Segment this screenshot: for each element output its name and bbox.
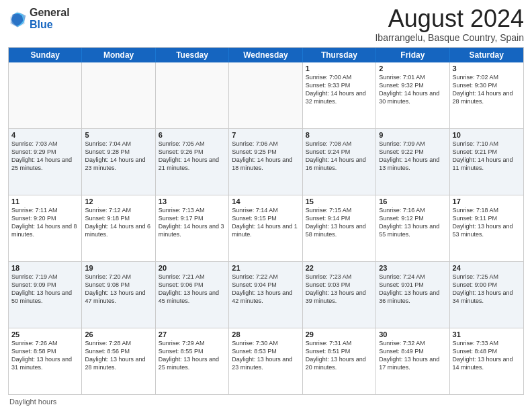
cell-info: Sunrise: 7:16 AM Sunset: 9:12 PM Dayligh…: [379, 206, 446, 239]
calendar-cell-12: 12Sunrise: 7:12 AM Sunset: 9:18 PM Dayli…: [82, 195, 155, 261]
calendar-header: SundayMondayTuesdayWednesdayThursdayFrid…: [9, 48, 523, 62]
cell-info: Sunrise: 7:02 AM Sunset: 9:30 PM Dayligh…: [453, 73, 521, 106]
cell-info: Sunrise: 7:03 AM Sunset: 9:29 PM Dayligh…: [11, 140, 79, 173]
calendar-cell-3: 3Sunrise: 7:02 AM Sunset: 9:30 PM Daylig…: [450, 62, 523, 128]
day-number: 17: [453, 197, 521, 205]
cell-info: Sunrise: 7:31 AM Sunset: 8:51 PM Dayligh…: [306, 339, 373, 372]
cell-info: Sunrise: 7:32 AM Sunset: 8:49 PM Dayligh…: [379, 339, 446, 372]
cell-info: Sunrise: 7:25 AM Sunset: 9:00 PM Dayligh…: [453, 273, 521, 306]
calendar-cell-23: 23Sunrise: 7:24 AM Sunset: 9:01 PM Dayli…: [376, 262, 449, 328]
calendar-cell-25: 25Sunrise: 7:26 AM Sunset: 8:58 PM Dayli…: [9, 328, 82, 394]
cell-info: Sunrise: 7:21 AM Sunset: 9:06 PM Dayligh…: [159, 273, 226, 306]
calendar-cell-7: 7Sunrise: 7:06 AM Sunset: 9:25 PM Daylig…: [229, 129, 302, 195]
day-number: 18: [11, 264, 79, 272]
calendar-cell-24: 24Sunrise: 7:25 AM Sunset: 9:00 PM Dayli…: [450, 262, 523, 328]
day-of-week-saturday: Saturday: [450, 48, 523, 62]
cell-info: Sunrise: 7:08 AM Sunset: 9:24 PM Dayligh…: [306, 140, 373, 173]
day-number: 28: [232, 330, 299, 338]
day-number: 27: [159, 330, 226, 338]
cell-info: Sunrise: 7:10 AM Sunset: 9:21 PM Dayligh…: [453, 140, 521, 173]
calendar-cell-18: 18Sunrise: 7:19 AM Sunset: 9:09 PM Dayli…: [9, 262, 82, 328]
cell-info: Sunrise: 7:30 AM Sunset: 8:53 PM Dayligh…: [232, 339, 299, 372]
cell-info: Sunrise: 7:05 AM Sunset: 9:26 PM Dayligh…: [159, 140, 226, 173]
calendar-cell-16: 16Sunrise: 7:16 AM Sunset: 9:12 PM Dayli…: [376, 195, 449, 261]
day-number: 8: [306, 131, 373, 139]
location: Ibarrangelu, Basque Country, Spain: [375, 32, 524, 43]
cell-info: Sunrise: 7:01 AM Sunset: 9:32 PM Dayligh…: [379, 73, 446, 106]
day-number: 15: [306, 197, 373, 205]
cell-info: Sunrise: 7:19 AM Sunset: 9:09 PM Dayligh…: [11, 273, 79, 306]
day-number: 23: [379, 264, 446, 272]
logo-general-text: General: [30, 7, 70, 18]
day-number: 30: [379, 330, 446, 338]
calendar-cell-14: 14Sunrise: 7:14 AM Sunset: 9:15 PM Dayli…: [229, 195, 302, 261]
cell-info: Sunrise: 7:24 AM Sunset: 9:01 PM Dayligh…: [379, 273, 446, 306]
month-title: August 2024: [375, 7, 524, 31]
day-number: 13: [159, 197, 226, 205]
day-number: 21: [232, 264, 299, 272]
day-number: 2: [379, 64, 446, 73]
calendar-row-4: 25Sunrise: 7:26 AM Sunset: 8:58 PM Dayli…: [9, 328, 523, 394]
day-number: 1: [306, 64, 373, 73]
day-number: 24: [453, 264, 521, 272]
cell-info: Sunrise: 7:04 AM Sunset: 9:28 PM Dayligh…: [85, 140, 152, 173]
day-number: 7: [232, 131, 299, 139]
cell-info: Sunrise: 7:28 AM Sunset: 8:56 PM Dayligh…: [85, 339, 152, 372]
calendar-cell-20: 20Sunrise: 7:21 AM Sunset: 9:06 PM Dayli…: [156, 262, 229, 328]
day-number: 22: [306, 264, 373, 272]
calendar-body: 1Sunrise: 7:00 AM Sunset: 9:33 PM Daylig…: [9, 62, 523, 394]
calendar-row-1: 4Sunrise: 7:03 AM Sunset: 9:29 PM Daylig…: [9, 128, 523, 195]
day-number: 12: [85, 197, 152, 205]
logo: General Blue: [8, 7, 70, 30]
calendar-cell-28: 28Sunrise: 7:30 AM Sunset: 8:53 PM Dayli…: [229, 328, 302, 394]
cell-info: Sunrise: 7:15 AM Sunset: 9:14 PM Dayligh…: [306, 206, 373, 239]
cell-info: Sunrise: 7:20 AM Sunset: 9:08 PM Dayligh…: [85, 273, 152, 306]
calendar-cell-1: 1Sunrise: 7:00 AM Sunset: 9:33 PM Daylig…: [303, 62, 376, 128]
calendar-cell-15: 15Sunrise: 7:15 AM Sunset: 9:14 PM Dayli…: [303, 195, 376, 261]
day-number: 6: [159, 131, 226, 139]
calendar-row-2: 11Sunrise: 7:11 AM Sunset: 9:20 PM Dayli…: [9, 195, 523, 261]
calendar-cell-empty-3: [229, 62, 302, 128]
calendar-cell-8: 8Sunrise: 7:08 AM Sunset: 9:24 PM Daylig…: [303, 129, 376, 195]
title-block: August 2024 Ibarrangelu, Basque Country,…: [375, 7, 524, 43]
calendar-cell-6: 6Sunrise: 7:05 AM Sunset: 9:26 PM Daylig…: [156, 129, 229, 195]
footer-note: Daylight hours: [8, 398, 524, 406]
calendar-cell-empty-1: [82, 62, 155, 128]
day-of-week-monday: Monday: [82, 48, 155, 62]
calendar-cell-26: 26Sunrise: 7:28 AM Sunset: 8:56 PM Dayli…: [82, 328, 155, 394]
calendar-cell-22: 22Sunrise: 7:23 AM Sunset: 9:03 PM Dayli…: [303, 262, 376, 328]
calendar-cell-17: 17Sunrise: 7:18 AM Sunset: 9:11 PM Dayli…: [450, 195, 523, 261]
cell-info: Sunrise: 7:11 AM Sunset: 9:20 PM Dayligh…: [11, 206, 79, 239]
day-number: 25: [11, 330, 79, 338]
day-number: 14: [232, 197, 299, 205]
cell-info: Sunrise: 7:12 AM Sunset: 9:18 PM Dayligh…: [85, 206, 152, 239]
cell-info: Sunrise: 7:29 AM Sunset: 8:55 PM Dayligh…: [159, 339, 226, 372]
day-of-week-thursday: Thursday: [303, 48, 376, 62]
calendar-cell-30: 30Sunrise: 7:32 AM Sunset: 8:49 PM Dayli…: [376, 328, 449, 394]
cell-info: Sunrise: 7:09 AM Sunset: 9:22 PM Dayligh…: [379, 140, 446, 173]
header: General Blue August 2024 Ibarrangelu, Ba…: [8, 7, 524, 43]
calendar-cell-29: 29Sunrise: 7:31 AM Sunset: 8:51 PM Dayli…: [303, 328, 376, 394]
calendar-cell-31: 31Sunrise: 7:33 AM Sunset: 8:48 PM Dayli…: [450, 328, 523, 394]
logo-text: General Blue: [30, 7, 70, 30]
cell-info: Sunrise: 7:26 AM Sunset: 8:58 PM Dayligh…: [11, 339, 79, 372]
day-of-week-tuesday: Tuesday: [156, 48, 229, 62]
logo-icon: [8, 9, 27, 28]
calendar-cell-empty-2: [156, 62, 229, 128]
calendar-cell-4: 4Sunrise: 7:03 AM Sunset: 9:29 PM Daylig…: [9, 129, 82, 195]
calendar-cell-2: 2Sunrise: 7:01 AM Sunset: 9:32 PM Daylig…: [376, 62, 449, 128]
page: General Blue August 2024 Ibarrangelu, Ba…: [0, 0, 532, 411]
day-number: 26: [85, 330, 152, 338]
day-number: 10: [453, 131, 521, 139]
calendar-cell-11: 11Sunrise: 7:11 AM Sunset: 9:20 PM Dayli…: [9, 195, 82, 261]
day-number: 20: [159, 264, 226, 272]
day-of-week-friday: Friday: [376, 48, 449, 62]
cell-info: Sunrise: 7:13 AM Sunset: 9:17 PM Dayligh…: [159, 206, 226, 239]
logo-blue-text: Blue: [30, 19, 53, 30]
day-number: 19: [85, 264, 152, 272]
calendar-cell-empty-0: [9, 62, 82, 128]
day-number: 29: [306, 330, 373, 338]
cell-info: Sunrise: 7:14 AM Sunset: 9:15 PM Dayligh…: [232, 206, 299, 239]
calendar-row-0: 1Sunrise: 7:00 AM Sunset: 9:33 PM Daylig…: [9, 62, 523, 128]
cell-info: Sunrise: 7:22 AM Sunset: 9:04 PM Dayligh…: [232, 273, 299, 306]
